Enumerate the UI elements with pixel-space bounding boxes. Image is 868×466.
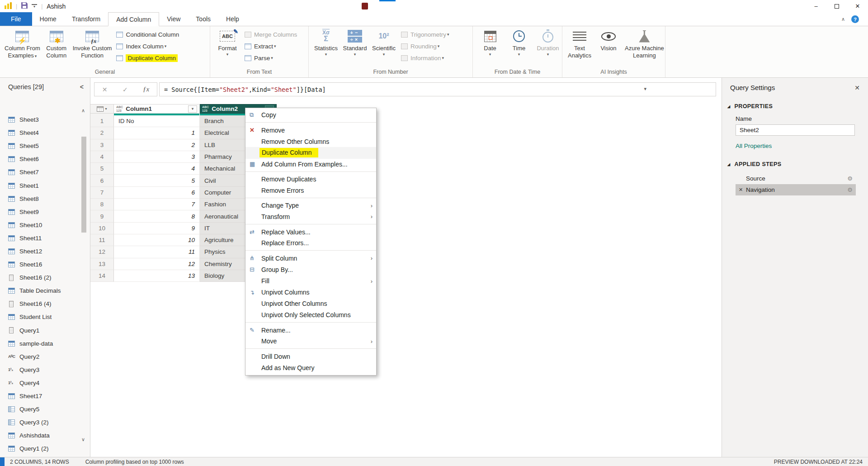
- ribbon-tab[interactable]: Transform: [64, 12, 108, 26]
- ribbon-tab[interactable]: File: [0, 12, 32, 26]
- applied-steps-section-header[interactable]: ◢ APPLIED STEPS: [727, 161, 868, 167]
- query-list-item[interactable]: Query2: [0, 350, 84, 363]
- ribbon-small-button[interactable]: Information ▾: [401, 52, 449, 64]
- ribbon-tab[interactable]: Tools: [188, 12, 218, 26]
- ribbon-big-button[interactable]: Azure Machine Learning: [623, 28, 666, 60]
- query-list-item[interactable]: Sheet11: [0, 232, 84, 245]
- row-number[interactable]: 7: [90, 187, 114, 199]
- ribbon-small-button[interactable]: Trigonometry ▾: [401, 29, 449, 40]
- query-list-item[interactable]: Table Decimals: [0, 284, 84, 297]
- expand-formula-bar-icon[interactable]: ▾: [644, 86, 646, 92]
- all-properties-link[interactable]: All Properties: [736, 143, 868, 149]
- context-menu-item[interactable]: Transform ›: [245, 211, 376, 224]
- ribbon-big-button[interactable]: Duration ▾: [533, 28, 562, 57]
- context-menu-item[interactable]: ↴ Unpivot Columns: [245, 287, 376, 298]
- cell-column1[interactable]: 8: [114, 210, 200, 222]
- minimize-button[interactable]: –: [806, 0, 826, 12]
- context-menu-item[interactable]: ⧉ Copy: [245, 109, 376, 123]
- context-menu-item[interactable]: Move ›: [245, 336, 376, 349]
- row-number[interactable]: 3: [90, 139, 114, 151]
- cell-column1[interactable]: 2: [114, 139, 200, 151]
- customize-toolbar-caret-icon[interactable]: ▾: [32, 4, 37, 8]
- ribbon-big-button[interactable]: Statistics ▾: [311, 28, 340, 57]
- cell-column1[interactable]: 11: [114, 246, 200, 258]
- query-list-item[interactable]: Sheet3: [0, 113, 84, 126]
- ribbon-small-button[interactable]: Merge Columns: [245, 29, 297, 40]
- context-menu-item[interactable]: Fill ›: [245, 276, 376, 287]
- cell-column1[interactable]: 10: [114, 234, 200, 246]
- save-icon[interactable]: [21, 2, 28, 10]
- data-type-icon[interactable]: ABC123: [116, 105, 123, 112]
- query-list-item[interactable]: Sheet4: [0, 126, 84, 139]
- query-list-item[interactable]: sample-data: [0, 337, 84, 350]
- cell-column1[interactable]: 13: [114, 270, 200, 282]
- data-type-icon[interactable]: ABC123: [202, 105, 209, 112]
- collapse-ribbon-icon[interactable]: ∧: [841, 16, 845, 22]
- cell-column1[interactable]: 5: [114, 175, 200, 186]
- row-number[interactable]: 9: [90, 210, 114, 222]
- query-list-item[interactable]: Sheet6: [0, 152, 84, 166]
- query-list-item[interactable]: Ashishdata: [0, 429, 84, 442]
- context-menu-item[interactable]: ✕ Remove: [245, 124, 376, 136]
- ribbon-big-button[interactable]: Vision: [594, 28, 623, 60]
- help-icon[interactable]: ?: [851, 15, 859, 23]
- ribbon-small-button[interactable]: Conditional Column: [116, 29, 179, 40]
- cell-column1[interactable]: 9: [114, 223, 200, 234]
- row-number[interactable]: 5: [90, 163, 114, 175]
- query-list-item[interactable]: Sheet8: [0, 192, 84, 205]
- query-list-item[interactable]: Sheet10: [0, 219, 84, 232]
- ribbon-big-button[interactable]: Date ▾: [476, 28, 505, 57]
- query-list-item[interactable]: Sheet16: [0, 258, 84, 271]
- context-menu-item[interactable]: Add as New Query: [245, 362, 376, 373]
- context-menu-item[interactable]: ▦ Add Column From Examples...: [245, 159, 376, 172]
- row-number[interactable]: 14: [90, 270, 114, 282]
- context-menu-item[interactable]: Change Type ›: [245, 200, 376, 211]
- cell-column1[interactable]: 6: [114, 187, 200, 199]
- close-panel-icon[interactable]: ✕: [854, 84, 860, 91]
- formula-bar-input[interactable]: = Source{[Item="Sheet2",Kind="Sheet"]}[D…: [159, 82, 716, 96]
- cell-column1[interactable]: 7: [114, 199, 200, 210]
- ribbon-big-button[interactable]: Time ▾: [505, 28, 533, 57]
- properties-section-header[interactable]: ◢ PROPERTIES: [727, 103, 868, 109]
- query-list-item[interactable]: Student List: [0, 310, 84, 323]
- fx-icon[interactable]: ƒx: [143, 86, 149, 93]
- cell-column1[interactable]: 1: [114, 127, 200, 139]
- ribbon-small-button[interactable]: Rounding ▾: [401, 40, 449, 52]
- query-list-item[interactable]: Query5: [0, 403, 84, 416]
- context-menu-item[interactable]: ⇄ Replace Values...: [245, 226, 376, 238]
- row-number[interactable]: 11: [90, 234, 114, 246]
- filter-dropdown-icon[interactable]: ▾: [188, 105, 197, 113]
- row-number[interactable]: 13: [90, 258, 114, 270]
- delete-step-icon[interactable]: ✕: [739, 187, 746, 193]
- query-list-item[interactable]: Query3 (2): [0, 416, 84, 429]
- cancel-formula-icon[interactable]: ✕: [102, 86, 108, 93]
- row-number[interactable]: 6: [90, 175, 114, 186]
- applied-step-source[interactable]: Source ⚙: [736, 173, 856, 184]
- ribbon-big-button[interactable]: Text Analytics: [565, 28, 594, 60]
- context-menu-item[interactable]: ⊟ Group By...: [245, 264, 376, 275]
- ribbon-big-button[interactable]: ABC Format ▾: [213, 28, 242, 57]
- query-list-item[interactable]: Query4: [0, 376, 84, 390]
- query-list-item[interactable]: Query3: [0, 363, 84, 376]
- applied-step-navigation[interactable]: ✕ Navigation ⚙: [736, 184, 856, 195]
- close-button[interactable]: ✕: [847, 0, 868, 12]
- row-number[interactable]: 1: [90, 115, 114, 127]
- ribbon-tab[interactable]: Home: [32, 12, 64, 26]
- column-profiling-status[interactable]: Column profiling based on top 1000 rows: [85, 459, 184, 465]
- context-menu-item[interactable]: Duplicate Column: [245, 147, 376, 158]
- context-menu-item[interactable]: Remove Errors: [245, 185, 376, 198]
- row-number[interactable]: 10: [90, 223, 114, 234]
- cell-column1[interactable]: 12: [114, 258, 200, 270]
- query-list-item[interactable]: Sheet12: [0, 245, 84, 258]
- context-menu-item[interactable]: Remove Other Columns: [245, 136, 376, 147]
- ribbon-small-button[interactable]: Duplicate Column: [116, 52, 179, 64]
- query-list-item[interactable]: Sheet7: [0, 166, 84, 179]
- ribbon-big-button[interactable]: ⚡ Column From Examples▾: [3, 28, 42, 60]
- row-number[interactable]: 4: [90, 151, 114, 163]
- row-number[interactable]: 2: [90, 127, 114, 139]
- context-menu-item[interactable]: Replace Errors...: [245, 238, 376, 251]
- context-menu-item[interactable]: Remove Duplicates: [245, 174, 376, 185]
- row-number[interactable]: 8: [90, 199, 114, 210]
- ribbon-tab[interactable]: View: [159, 12, 188, 26]
- cell-column1[interactable]: 3: [114, 151, 200, 163]
